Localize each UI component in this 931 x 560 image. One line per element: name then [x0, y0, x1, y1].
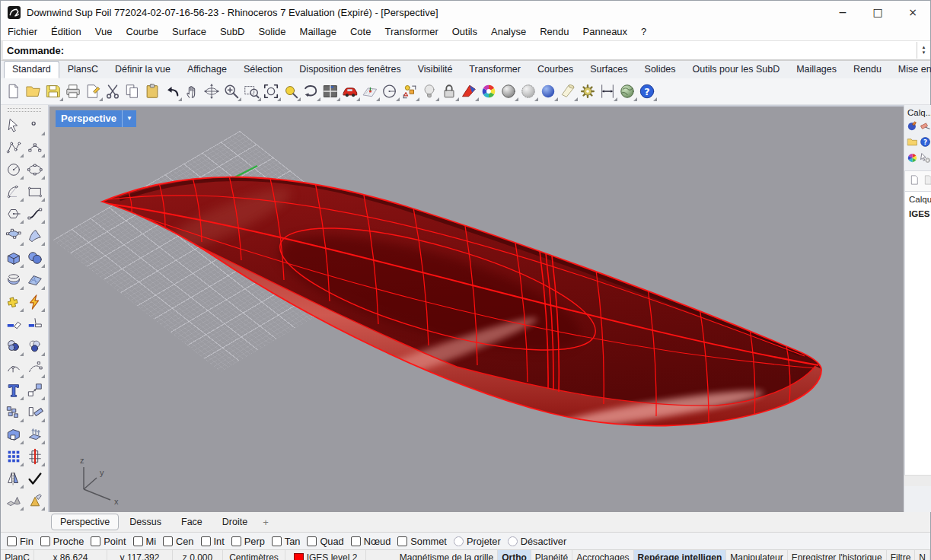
- sidebar-tool-circle[interactable]: [4, 159, 24, 180]
- sidebar-tool-box[interactable]: [4, 247, 24, 269]
- sidebar-tool-boolean-union[interactable]: [4, 336, 24, 357]
- sidebar-tool-split[interactable]: [25, 313, 45, 335]
- osnap-quad-checkbox[interactable]: [307, 536, 317, 546]
- osnap-tan[interactable]: Tan: [272, 536, 301, 547]
- toolbar-tab-mise-en-plan[interactable]: Mise en plan: [890, 61, 931, 78]
- toolbar-button-undo-view[interactable]: [301, 81, 320, 102]
- sidebar-tool-polygon[interactable]: [4, 203, 24, 224]
- viewport-tab-dessus[interactable]: Dessus: [120, 514, 171, 530]
- menu-solide[interactable]: Solide: [251, 24, 292, 40]
- sidebar-tool-point-on-curve[interactable]: [4, 358, 24, 379]
- toolbar-button-zoom-selected[interactable]: [281, 81, 301, 102]
- toolbar-button-undo[interactable]: [162, 81, 182, 102]
- toolbar-button-help[interactable]: ?: [637, 81, 657, 102]
- toolbar-tab-plansc[interactable]: PlansC: [59, 61, 107, 78]
- menu-vue[interactable]: Vue: [88, 24, 120, 40]
- sidebar-tool-surface-curved[interactable]: [25, 225, 45, 247]
- sidebar-tool-surface-points[interactable]: [4, 225, 24, 247]
- osnap-proche-checkbox[interactable]: [40, 536, 50, 546]
- sidebar-tool-blend-curve[interactable]: [25, 203, 45, 224]
- toolbar-button-lamp[interactable]: [419, 81, 439, 102]
- viewport-tab-face[interactable]: Face: [172, 514, 212, 530]
- menu-rendu[interactable]: Rendu: [533, 24, 575, 40]
- toolbar-tab-surfaces[interactable]: Surfaces: [582, 61, 636, 78]
- toolbar-tab-outils-pour-les-subd[interactable]: Outils pour les SubD: [684, 61, 789, 78]
- osnap-fin-checkbox[interactable]: [7, 536, 17, 546]
- toolbar-button-open-file[interactable]: [24, 81, 43, 102]
- toolbar-button-save[interactable]: [43, 81, 63, 102]
- status-n[interactable]: N: [915, 550, 930, 560]
- osnap-projeter-checkbox[interactable]: [454, 536, 464, 546]
- panel-tab-eraser[interactable]: [920, 120, 931, 135]
- board-3d-model[interactable]: [49, 107, 904, 512]
- viewport-tab-droite[interactable]: Droite: [213, 514, 257, 530]
- sidebar-tool-polyline[interactable]: [4, 137, 24, 158]
- toolbar-button-viewport-layout[interactable]: [320, 81, 340, 102]
- toolbar-tab-courbes[interactable]: Courbes: [529, 61, 582, 78]
- toolbar-button-zoom-window[interactable]: [241, 81, 261, 102]
- osnap-perp-checkbox[interactable]: [231, 536, 241, 546]
- viewport-perspective[interactable]: z y x Perspective ▼: [48, 105, 904, 512]
- toolbar-button-named-views[interactable]: [340, 81, 360, 102]
- sidebar-tool-trim[interactable]: [4, 313, 24, 335]
- toolbar-button-pan[interactable]: [182, 81, 202, 102]
- status-filtre[interactable]: Filtre: [887, 550, 916, 560]
- toolbar-button-earth[interactable]: [617, 81, 637, 102]
- viewport-menu-arrow[interactable]: ▼: [122, 110, 136, 127]
- toolbar-tab-standard[interactable]: Standard: [4, 61, 59, 78]
- menu-transformer[interactable]: Transformer: [378, 24, 445, 40]
- sidebar-tool-flash[interactable]: [25, 291, 45, 313]
- osnap-int-checkbox[interactable]: [201, 536, 211, 546]
- sidebar-tool-mirror[interactable]: [4, 468, 24, 489]
- sidebar-tool-point[interactable]: [25, 115, 45, 136]
- command-history-spinner[interactable]: ▲▼: [917, 42, 930, 59]
- menu-fichier[interactable]: Fichier: [1, 24, 44, 40]
- toolbar-tab-definir-la-vue[interactable]: Définir la vue: [107, 61, 179, 78]
- osnap-mi[interactable]: Mi: [133, 536, 157, 547]
- sidebar-tool-pyramid-brush[interactable]: [25, 490, 45, 511]
- toolbar-button-dimension[interactable]: [598, 81, 617, 102]
- toolbar-button-cplane[interactable]: [360, 81, 380, 102]
- menu-subd[interactable]: SubD: [213, 24, 252, 40]
- toolbar-button-spotlight[interactable]: [558, 81, 578, 102]
- osnap-perp[interactable]: Perp: [231, 536, 265, 547]
- toolbar-tab-transformer[interactable]: Transformer: [461, 61, 529, 78]
- status-ortho[interactable]: Ortho: [498, 550, 531, 560]
- toolbar-button-zoom-extents[interactable]: [261, 81, 281, 102]
- toolbar-tab-solides[interactable]: Solides: [636, 61, 684, 78]
- osnap-quad[interactable]: Quad: [307, 536, 343, 547]
- toolbar-tab-disposition-des-fenetres[interactable]: Disposition des fenêtres: [291, 61, 409, 78]
- panel-tab-cursor-gear[interactable]: [920, 152, 931, 167]
- toolbar-tab-affichage[interactable]: Affichage: [179, 61, 235, 78]
- osnap-cen[interactable]: Cen: [163, 536, 193, 547]
- osnap-mi-checkbox[interactable]: [133, 536, 143, 546]
- toolbar-button-render[interactable]: [459, 81, 479, 102]
- sidebar-tool-check[interactable]: [25, 468, 45, 489]
- sidebar-tool-rotate-copy[interactable]: [25, 402, 45, 423]
- status-reperage-intelligen[interactable]: Repérage intelligen: [634, 550, 727, 560]
- menu-panneaux[interactable]: Panneaux: [576, 24, 635, 40]
- sidebar-tool-boolean-diff[interactable]: [25, 336, 45, 357]
- menu-courbe[interactable]: Courbe: [119, 24, 165, 40]
- toolbar-button-gear[interactable]: [578, 81, 598, 102]
- osnap-desactiver-checkbox[interactable]: [508, 536, 518, 546]
- status-planeite[interactable]: Planéité: [531, 550, 572, 560]
- sidebar-tool-text[interactable]: [4, 380, 24, 401]
- maximize-button[interactable]: □: [860, 1, 895, 24]
- status-accrochages[interactable]: Accrochages: [572, 550, 633, 560]
- sidebar-tool-scale[interactable]: [25, 380, 45, 401]
- osnap-fin[interactable]: Fin: [7, 536, 33, 547]
- sidebar-tool-explode[interactable]: [4, 291, 24, 313]
- toolbar-button-zoom-dynamic[interactable]: [222, 81, 241, 102]
- sidebar-tool-handlebar[interactable]: [25, 358, 45, 379]
- menu-maillage[interactable]: Maillage: [293, 24, 343, 40]
- toolbar-tab-visibilite[interactable]: Visibilité: [410, 61, 461, 78]
- osnap-proche[interactable]: Proche: [40, 536, 84, 547]
- toolbar-button-document-properties[interactable]: [83, 81, 103, 102]
- panel-tab-label[interactable]: Calq...: [904, 105, 931, 119]
- command-bar[interactable]: Commande: ▲▼: [1, 41, 930, 61]
- toolbar-tab-selection[interactable]: Sélection: [235, 61, 291, 78]
- new-viewport-tab-button[interactable]: +: [258, 517, 273, 528]
- status-planc[interactable]: PlanC: [1, 550, 34, 560]
- sidebar-tool-surface-grid[interactable]: [25, 269, 45, 291]
